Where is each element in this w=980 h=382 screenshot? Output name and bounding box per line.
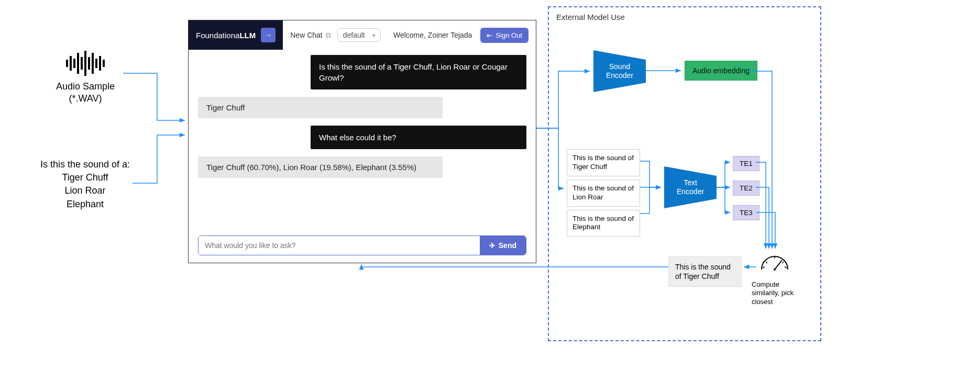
header-right: New Chat ⧉ default ▾ Welcome, Zoiner Tej… [283,28,536,43]
copy-icon[interactable]: ⧉ [326,31,331,40]
chat-input[interactable] [199,236,480,255]
brand: FoundationaLLM → [189,20,283,50]
user-message-2: What else could it be? [311,126,526,149]
text-option-2: This is the sound of Elephant [567,210,640,237]
sound-encoder-node: Sound Encoder [593,50,646,92]
prompt-intro: Is this the sound of a: [24,158,147,171]
assistant-message-2: Tiger Chuff (60.70%), Lion Roar (19.58%)… [198,156,443,178]
collapse-arrow-button[interactable]: → [261,28,276,42]
send-icon: ✈ [489,241,495,250]
agent-select[interactable]: default ▾ [337,28,381,42]
svg-line-4 [763,267,765,268]
prompt-text-block: Is this the sound of a: Tiger Chuff Lion… [24,158,147,211]
signout-button[interactable]: ⇤ Sign Out [480,28,528,43]
user-message-1: Is this the sound of a Tiger Chuff, Lion… [311,55,526,89]
send-label: Send [499,241,516,250]
text-encoder-label: Text Encoder [677,178,704,196]
brand-suffix: LLM [239,31,256,40]
text-encoder-node: Text Encoder [664,166,717,208]
result-box: This is the sound of Tiger Chuff [668,256,742,287]
select-value: default [343,31,365,39]
te1: TE1 [733,156,759,171]
audio-embedding-node: Audio embedding [685,61,757,81]
audio-sample-block: Audio Sample (*.WAV) [30,50,140,105]
text-option-0: This is the sound of Tiger Chuff [567,149,640,176]
chat-header: FoundationaLLM → New Chat ⧉ default ▾ We… [189,20,536,50]
sound-encoder-label: Sound Encoder [606,62,633,80]
svg-line-2 [775,260,782,269]
chevron-down-icon: ▾ [372,32,375,38]
new-chat-label: New Chat [290,31,322,39]
external-title: External Model Use [556,13,813,21]
brand-prefix: Foundationa [196,31,239,40]
te2: TE2 [733,181,759,196]
svg-line-7 [782,262,784,263]
new-chat-button[interactable]: New Chat ⧉ [290,31,331,40]
chat-input-row: ✈ Send [198,235,526,255]
svg-point-3 [774,268,776,271]
chat-body: Is this the sound of a Tiger Chuff, Lion… [189,50,536,184]
text-embeddings-col: TE1 TE2 TE3 [733,156,759,220]
svg-line-8 [785,267,787,268]
svg-line-5 [766,262,767,263]
prompt-opt-1: Lion Roar [24,184,147,197]
welcome-text: Welcome, Zoiner Tejada [393,31,472,39]
prompt-opt-0: Tiger Chuff [24,171,147,184]
gauge-icon [756,251,793,274]
audio-label-2: (*.WAV) [30,93,140,105]
text-options-col: This is the sound of Tiger Chuff This is… [567,149,640,237]
send-button[interactable]: ✈ Send [480,236,526,255]
prompt-opt-2: Elephant [24,198,147,211]
chat-window: FoundationaLLM → New Chat ⧉ default ▾ We… [188,20,536,263]
similarity-label: Compute similarity, pick closest [752,280,808,306]
waveform-icon [30,50,140,76]
assistant-message-1: Tiger Chuff [198,97,443,118]
audio-label-1: Audio Sample [30,81,140,93]
signout-icon: ⇤ [487,31,492,39]
te3: TE3 [733,205,759,220]
signout-label: Sign Out [495,31,522,39]
text-option-1: This is the sound of Lion Roar [567,179,640,207]
